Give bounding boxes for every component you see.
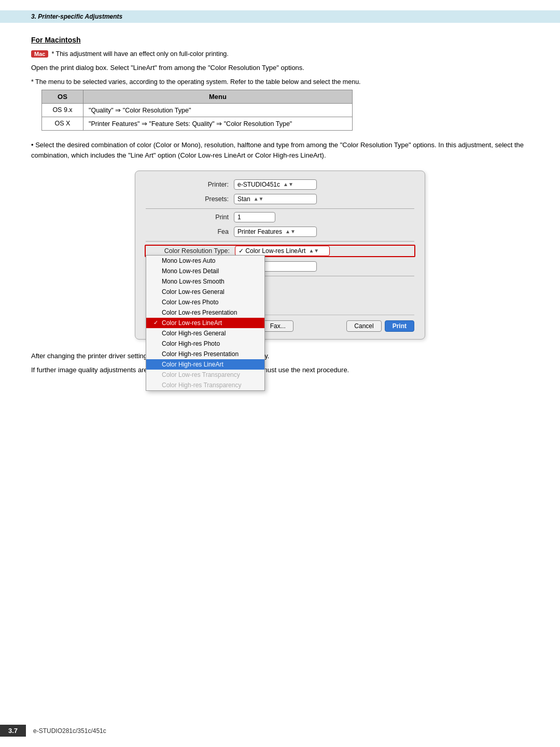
mac-note-text: * This adjustment will have an effect on… — [51, 50, 228, 58]
dropdown-item-label-6: Color Low-res LineArt — [162, 319, 222, 327]
dropdown-item-5[interactable]: Color Low-res Presentation — [146, 307, 264, 318]
dropdown-item-label-2: Mono Low-res Smooth — [162, 278, 225, 285]
section-title: For Macintosh — [31, 36, 529, 44]
table-cell-menu-0: "Quality" ⇒ "Color Resolution Type" — [83, 104, 353, 117]
dropdown-item-label-11: Color Low-res Transparency — [162, 371, 240, 378]
feature-label: Fea — [146, 228, 234, 235]
printer-select[interactable]: e-STUDIO451c ▲▼ — [234, 179, 317, 190]
os-menu-table: OS Menu OS 9.x "Quality" ⇒ "Color Resolu… — [41, 90, 353, 131]
feature-arrow: ▲▼ — [285, 229, 296, 234]
printer-label: Printer: — [146, 181, 234, 188]
dropdown-item-0[interactable]: Mono Low-res Auto — [146, 256, 264, 266]
table-header-menu: Menu — [83, 90, 353, 104]
dropdown-item-6[interactable]: ✓ Color Low-res LineArt — [146, 318, 264, 328]
table-cell-os-1: OS X — [42, 117, 83, 131]
dropdown-item-label-1: Mono Low-res Detail — [162, 267, 219, 275]
dropdown-item-10[interactable]: Color High-res LineArt — [146, 359, 264, 370]
dropdown-item-9[interactable]: Color High-res Presentation — [146, 349, 264, 359]
copies-value: 1 — [237, 214, 241, 221]
printer-value: e-STUDIO451c — [237, 181, 280, 188]
table-row: OS 9.x "Quality" ⇒ "Color Resolution Typ… — [42, 104, 353, 117]
mac-note-line: Mac * This adjustment will have an effec… — [31, 50, 529, 58]
body-text-1: Open the print dialog box. Select "LineA… — [31, 63, 529, 73]
check-6: ✓ — [153, 319, 162, 326]
mac-badge: Mac — [31, 50, 48, 58]
presets-value: Stan — [237, 195, 250, 203]
dropdown-item-label-0: Mono Low-res Auto — [162, 257, 215, 264]
color-resolution-dropdown: Mono Low-res Auto Mono Low-res Detail Mo… — [146, 255, 265, 391]
divider-2 — [146, 241, 414, 242]
presets-arrow: ▲▼ — [254, 196, 264, 202]
presets-label: Presets: — [146, 195, 234, 203]
dropdown-item-label-12: Color High-res Transparency — [162, 382, 241, 389]
after-text-2: If further image quality adjustments are… — [31, 365, 529, 375]
print-dialog-wrapper: Printer: e-STUDIO451c ▲▼ Presets: Stan ▲… — [31, 171, 529, 340]
page-footer: 3.7 e-STUDIO281c/351c/451c — [0, 725, 560, 737]
printer-control[interactable]: e-STUDIO451c ▲▼ — [234, 179, 414, 190]
dropdown-item-3[interactable]: Color Low-res General — [146, 287, 264, 297]
print-dialog: Printer: e-STUDIO451c ▲▼ Presets: Stan ▲… — [135, 171, 425, 340]
divider-1 — [146, 208, 414, 209]
after-text-1: After changing the printer driver settin… — [31, 351, 529, 361]
color-resolution-control[interactable]: ✓ Color Low-res LineArt ▲▼ Mono Low-res … — [235, 246, 413, 256]
dropdown-item-label-3: Color Low-res General — [162, 288, 225, 295]
dropdown-item-8[interactable]: Color High-res Photo — [146, 339, 264, 349]
presets-select[interactable]: Stan ▲▼ — [234, 194, 317, 204]
copies-row: Print 1 — [146, 212, 414, 222]
feature-select[interactable]: Printer Features ▲▼ — [234, 227, 317, 237]
presets-control[interactable]: Stan ▲▼ — [234, 194, 414, 204]
copies-label: Print — [146, 214, 234, 221]
footer-model: e-STUDIO281c/351c/451c — [33, 727, 106, 735]
color-resolution-row: Color Resolution Type: ✓ Color Low-res L… — [145, 245, 415, 257]
feature-row: Fea Printer Features ▲▼ — [146, 227, 414, 237]
dropdown-item-12[interactable]: Color High-res Transparency — [146, 380, 264, 390]
color-resolution-arrow: ▲▼ — [309, 248, 319, 253]
cancel-button[interactable]: Cancel — [346, 320, 381, 332]
dropdown-item-11[interactable]: Color Low-res Transparency — [146, 370, 264, 380]
dropdown-menu[interactable]: Mono Low-res Auto Mono Low-res Detail Mo… — [146, 255, 265, 391]
color-resolution-value: ✓ Color Low-res LineArt — [239, 247, 305, 255]
fax-button[interactable]: Fax... — [262, 320, 293, 332]
bullet-section: • Select the desired combination of colo… — [31, 140, 529, 161]
copies-stepper[interactable]: 1 — [234, 212, 275, 222]
color-resolution-select[interactable]: ✓ Color Low-res LineArt ▲▼ — [235, 246, 330, 256]
color-resolution-label: Color Resolution Type: — [147, 247, 235, 255]
dropdown-item-label-8: Color High-res Photo — [162, 340, 220, 347]
print-button[interactable]: Print — [385, 320, 414, 332]
copies-control[interactable]: 1 — [234, 212, 414, 222]
table-cell-menu-1: "Printer Features" ⇒ "Feature Sets: Qual… — [83, 117, 353, 131]
asterisk-note: * The menu to be selected varies, accord… — [31, 77, 529, 87]
dropdown-item-4[interactable]: Color Low-res Photo — [146, 297, 264, 307]
printer-arrow: ▲▼ — [283, 181, 293, 187]
dropdown-item-label-5: Color Low-res Presentation — [162, 309, 237, 316]
table-header-os: OS — [42, 90, 83, 104]
printer-row: Printer: e-STUDIO451c ▲▼ — [146, 179, 414, 190]
presets-row: Presets: Stan ▲▼ — [146, 194, 414, 204]
dropdown-item-label-9: Color High-res Presentation — [162, 350, 239, 358]
dropdown-item-1[interactable]: Mono Low-res Detail — [146, 266, 264, 276]
feature-control[interactable]: Printer Features ▲▼ — [234, 227, 414, 237]
table-row: OS X "Printer Features" ⇒ "Feature Sets:… — [42, 117, 353, 131]
dropdown-item-2[interactable]: Mono Low-res Smooth — [146, 276, 264, 287]
dropdown-item-label-10: Color High-res LineArt — [162, 361, 223, 368]
page-number: 3.7 — [0, 725, 26, 737]
dropdown-item-7[interactable]: Color High-res General — [146, 328, 264, 339]
dropdown-item-label-7: Color High-res General — [162, 330, 226, 337]
dropdown-item-label-4: Color Low-res Photo — [162, 299, 218, 306]
feature-value: Printer Features — [237, 228, 282, 235]
chapter-header: 3. Printer-specific Adjustments — [0, 10, 560, 23]
table-cell-os-0: OS 9.x — [42, 104, 83, 117]
